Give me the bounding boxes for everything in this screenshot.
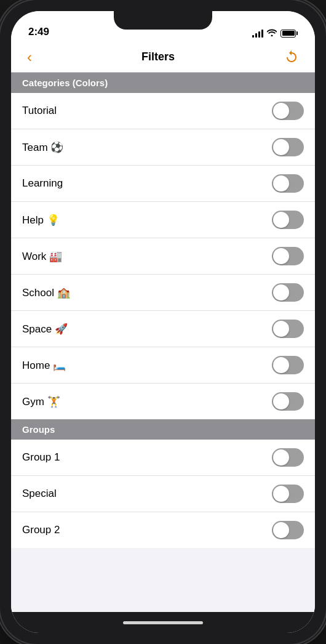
toggle-space[interactable]	[272, 320, 304, 338]
toggle-learning[interactable]	[272, 174, 304, 193]
phone-screen: 2:49	[11, 11, 315, 633]
item-label-school: School 🏫	[22, 286, 70, 299]
list-item: Special	[11, 476, 315, 512]
item-label-gym: Gym 🏋️	[22, 395, 60, 408]
list-item: Gym 🏋️	[11, 384, 315, 419]
nav-bar: ‹ Filters	[11, 42, 315, 73]
status-icons	[252, 28, 298, 38]
toggle-work[interactable]	[272, 247, 304, 265]
list-item: Team ⚽	[11, 129, 315, 166]
toggle-group1[interactable]	[272, 448, 304, 467]
item-label-tutorial: Tutorial	[22, 105, 57, 117]
page-title: Filters	[141, 50, 175, 63]
notch	[114, 11, 212, 30]
section-header-categories: Categories (Colors)	[11, 73, 315, 93]
item-label-help: Help 💡	[22, 214, 60, 227]
groups-list: Group 1 Special Group 2	[11, 440, 315, 548]
phone-frame: 2:49	[0, 0, 326, 644]
item-label-learning: Learning	[22, 177, 63, 190]
item-label-special: Special	[22, 488, 57, 500]
toggle-team[interactable]	[272, 138, 304, 156]
list-item: School 🏫	[11, 275, 315, 311]
categories-list: Tutorial Team ⚽ Learning Help 💡 Work 🏭	[11, 93, 315, 419]
wifi-icon	[267, 28, 277, 38]
status-time: 2:49	[28, 26, 49, 38]
home-bar	[123, 621, 203, 624]
toggle-group2[interactable]	[272, 521, 304, 539]
toggle-gym[interactable]	[272, 392, 304, 411]
home-indicator	[11, 612, 315, 633]
list-item: Work 🏭	[11, 238, 315, 275]
signal-icon	[252, 29, 263, 38]
list-item: Space 🚀	[11, 311, 315, 347]
refresh-button[interactable]	[279, 45, 304, 70]
section-header-groups: Groups	[11, 419, 315, 440]
toggle-home[interactable]	[272, 356, 304, 374]
list-item: Learning	[11, 166, 315, 202]
toggle-school[interactable]	[272, 283, 304, 302]
toggle-help[interactable]	[272, 211, 304, 229]
item-label-team: Team ⚽	[22, 141, 63, 154]
list-item: Tutorial	[11, 93, 315, 129]
toggle-special[interactable]	[272, 485, 304, 503]
content-area: Categories (Colors) Tutorial Team ⚽ Lear…	[11, 73, 315, 612]
list-item: Home 🛏️	[11, 347, 315, 384]
item-label-group2: Group 2	[22, 524, 60, 536]
list-item: Help 💡	[11, 202, 315, 238]
item-label-space: Space 🚀	[22, 323, 68, 336]
item-label-work: Work 🏭	[22, 250, 62, 263]
toggle-tutorial[interactable]	[272, 102, 304, 120]
list-item: Group 1	[11, 440, 315, 476]
item-label-home: Home 🛏️	[22, 359, 66, 372]
back-button[interactable]: ‹	[22, 44, 37, 71]
item-label-group1: Group 1	[22, 451, 60, 464]
battery-icon	[280, 30, 298, 38]
list-item: Group 2	[11, 512, 315, 548]
